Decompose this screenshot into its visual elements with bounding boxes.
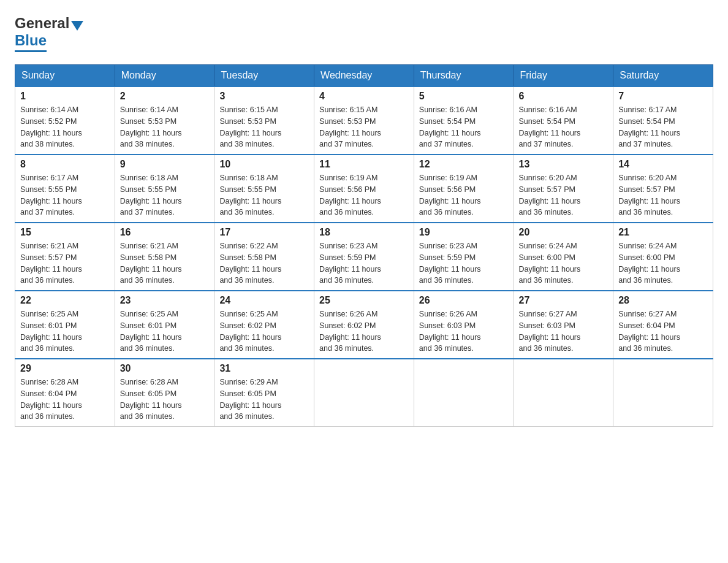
logo-underline bbox=[15, 50, 47, 52]
weekday-header-thursday: Thursday bbox=[414, 65, 514, 87]
day-number: 19 bbox=[419, 227, 509, 238]
weekday-header-monday: Monday bbox=[115, 65, 214, 87]
day-info: Sunrise: 6:24 AMSunset: 6:00 PMDaylight:… bbox=[519, 240, 609, 286]
day-number: 30 bbox=[120, 363, 210, 374]
calendar-cell: 15Sunrise: 6:21 AMSunset: 5:57 PMDayligh… bbox=[15, 223, 115, 291]
weekday-header-sunday: Sunday bbox=[15, 65, 115, 87]
calendar-cell: 1Sunrise: 6:14 AMSunset: 5:52 PMDaylight… bbox=[15, 86, 115, 155]
day-number: 23 bbox=[120, 295, 210, 306]
day-info: Sunrise: 6:15 AMSunset: 5:53 PMDaylight:… bbox=[219, 104, 309, 150]
calendar-cell: 6Sunrise: 6:16 AMSunset: 5:54 PMDaylight… bbox=[514, 86, 613, 155]
logo-chevron-icon bbox=[71, 21, 83, 31]
calendar-cell bbox=[414, 359, 514, 427]
day-info: Sunrise: 6:27 AMSunset: 6:04 PMDaylight:… bbox=[618, 308, 708, 354]
calendar-cell: 18Sunrise: 6:23 AMSunset: 5:59 PMDayligh… bbox=[314, 223, 414, 291]
day-info: Sunrise: 6:25 AMSunset: 6:01 PMDaylight:… bbox=[120, 308, 210, 354]
calendar-table: SundayMondayTuesdayWednesdayThursdayFrid… bbox=[15, 64, 713, 427]
day-number: 25 bbox=[319, 295, 409, 306]
day-info: Sunrise: 6:27 AMSunset: 6:03 PMDaylight:… bbox=[519, 308, 609, 354]
day-number: 2 bbox=[120, 91, 210, 102]
day-info: Sunrise: 6:17 AMSunset: 5:55 PMDaylight:… bbox=[20, 172, 110, 218]
day-info: Sunrise: 6:20 AMSunset: 5:57 PMDaylight:… bbox=[519, 172, 609, 218]
day-number: 28 bbox=[618, 295, 708, 306]
day-info: Sunrise: 6:16 AMSunset: 5:54 PMDaylight:… bbox=[519, 104, 609, 150]
week-row-5: 29Sunrise: 6:28 AMSunset: 6:04 PMDayligh… bbox=[15, 359, 713, 427]
calendar-cell: 5Sunrise: 6:16 AMSunset: 5:54 PMDaylight… bbox=[414, 86, 514, 155]
page-header: General Blue bbox=[15, 15, 713, 52]
calendar-cell: 12Sunrise: 6:19 AMSunset: 5:56 PMDayligh… bbox=[414, 155, 514, 223]
day-info: Sunrise: 6:28 AMSunset: 6:04 PMDaylight:… bbox=[20, 377, 110, 423]
calendar-cell: 28Sunrise: 6:27 AMSunset: 6:04 PMDayligh… bbox=[613, 291, 713, 359]
day-number: 21 bbox=[618, 227, 708, 238]
calendar-cell: 29Sunrise: 6:28 AMSunset: 6:04 PMDayligh… bbox=[15, 359, 115, 427]
calendar-cell bbox=[314, 359, 414, 427]
calendar-cell: 16Sunrise: 6:21 AMSunset: 5:58 PMDayligh… bbox=[115, 223, 214, 291]
week-row-4: 22Sunrise: 6:25 AMSunset: 6:01 PMDayligh… bbox=[15, 291, 713, 359]
day-info: Sunrise: 6:14 AMSunset: 5:52 PMDaylight:… bbox=[20, 104, 110, 150]
day-number: 27 bbox=[519, 295, 609, 306]
calendar-cell: 19Sunrise: 6:23 AMSunset: 5:59 PMDayligh… bbox=[414, 223, 514, 291]
day-number: 9 bbox=[120, 159, 210, 170]
day-number: 26 bbox=[419, 295, 509, 306]
day-info: Sunrise: 6:15 AMSunset: 5:53 PMDaylight:… bbox=[319, 104, 409, 150]
logo-blue-label: Blue bbox=[15, 32, 47, 48]
day-number: 10 bbox=[219, 159, 309, 170]
calendar-cell: 30Sunrise: 6:28 AMSunset: 6:05 PMDayligh… bbox=[115, 359, 214, 427]
day-info: Sunrise: 6:19 AMSunset: 5:56 PMDaylight:… bbox=[319, 172, 409, 218]
calendar-cell: 3Sunrise: 6:15 AMSunset: 5:53 PMDaylight… bbox=[214, 86, 314, 155]
day-info: Sunrise: 6:18 AMSunset: 5:55 PMDaylight:… bbox=[120, 172, 210, 218]
weekday-header-row: SundayMondayTuesdayWednesdayThursdayFrid… bbox=[15, 65, 713, 87]
weekday-header-saturday: Saturday bbox=[613, 65, 713, 87]
day-info: Sunrise: 6:29 AMSunset: 6:05 PMDaylight:… bbox=[219, 377, 309, 423]
day-info: Sunrise: 6:21 AMSunset: 5:57 PMDaylight:… bbox=[20, 240, 110, 286]
calendar-cell: 20Sunrise: 6:24 AMSunset: 6:00 PMDayligh… bbox=[514, 223, 613, 291]
calendar-cell: 23Sunrise: 6:25 AMSunset: 6:01 PMDayligh… bbox=[115, 291, 214, 359]
day-info: Sunrise: 6:24 AMSunset: 6:00 PMDaylight:… bbox=[618, 240, 708, 286]
calendar-cell: 17Sunrise: 6:22 AMSunset: 5:58 PMDayligh… bbox=[214, 223, 314, 291]
calendar-cell: 24Sunrise: 6:25 AMSunset: 6:02 PMDayligh… bbox=[214, 291, 314, 359]
logo: General Blue bbox=[15, 15, 85, 52]
week-row-1: 1Sunrise: 6:14 AMSunset: 5:52 PMDaylight… bbox=[15, 86, 713, 155]
calendar-cell: 11Sunrise: 6:19 AMSunset: 5:56 PMDayligh… bbox=[314, 155, 414, 223]
day-number: 29 bbox=[20, 363, 110, 374]
day-info: Sunrise: 6:16 AMSunset: 5:54 PMDaylight:… bbox=[419, 104, 509, 150]
day-number: 20 bbox=[519, 227, 609, 238]
day-number: 15 bbox=[20, 227, 110, 238]
day-number: 7 bbox=[618, 91, 708, 102]
calendar-cell: 8Sunrise: 6:17 AMSunset: 5:55 PMDaylight… bbox=[15, 155, 115, 223]
day-number: 16 bbox=[120, 227, 210, 238]
day-info: Sunrise: 6:21 AMSunset: 5:58 PMDaylight:… bbox=[120, 240, 210, 286]
calendar-cell: 14Sunrise: 6:20 AMSunset: 5:57 PMDayligh… bbox=[613, 155, 713, 223]
day-info: Sunrise: 6:20 AMSunset: 5:57 PMDaylight:… bbox=[618, 172, 708, 218]
logo-blue-row: Blue bbox=[15, 32, 47, 52]
day-number: 5 bbox=[419, 91, 509, 102]
logo-row: General bbox=[15, 15, 85, 32]
day-number: 12 bbox=[419, 159, 509, 170]
day-number: 22 bbox=[20, 295, 110, 306]
calendar-cell: 7Sunrise: 6:17 AMSunset: 5:54 PMDaylight… bbox=[613, 86, 713, 155]
calendar-cell: 25Sunrise: 6:26 AMSunset: 6:02 PMDayligh… bbox=[314, 291, 414, 359]
day-info: Sunrise: 6:25 AMSunset: 6:01 PMDaylight:… bbox=[20, 308, 110, 354]
logo-general-part: General bbox=[15, 15, 69, 32]
week-row-2: 8Sunrise: 6:17 AMSunset: 5:55 PMDaylight… bbox=[15, 155, 713, 223]
calendar-cell: 27Sunrise: 6:27 AMSunset: 6:03 PMDayligh… bbox=[514, 291, 613, 359]
calendar-cell: 31Sunrise: 6:29 AMSunset: 6:05 PMDayligh… bbox=[214, 359, 314, 427]
day-info: Sunrise: 6:26 AMSunset: 6:02 PMDaylight:… bbox=[319, 308, 409, 354]
calendar-cell: 13Sunrise: 6:20 AMSunset: 5:57 PMDayligh… bbox=[514, 155, 613, 223]
day-number: 8 bbox=[20, 159, 110, 170]
calendar-cell bbox=[613, 359, 713, 427]
calendar-cell: 2Sunrise: 6:14 AMSunset: 5:53 PMDaylight… bbox=[115, 86, 214, 155]
calendar-cell: 9Sunrise: 6:18 AMSunset: 5:55 PMDaylight… bbox=[115, 155, 214, 223]
day-info: Sunrise: 6:22 AMSunset: 5:58 PMDaylight:… bbox=[219, 240, 309, 286]
day-number: 13 bbox=[519, 159, 609, 170]
weekday-header-friday: Friday bbox=[514, 65, 613, 87]
calendar-cell: 10Sunrise: 6:18 AMSunset: 5:55 PMDayligh… bbox=[214, 155, 314, 223]
day-number: 1 bbox=[20, 91, 110, 102]
day-info: Sunrise: 6:26 AMSunset: 6:03 PMDaylight:… bbox=[419, 308, 509, 354]
calendar-cell: 4Sunrise: 6:15 AMSunset: 5:53 PMDaylight… bbox=[314, 86, 414, 155]
calendar-cell: 22Sunrise: 6:25 AMSunset: 6:01 PMDayligh… bbox=[15, 291, 115, 359]
day-info: Sunrise: 6:14 AMSunset: 5:53 PMDaylight:… bbox=[120, 104, 210, 150]
day-info: Sunrise: 6:19 AMSunset: 5:56 PMDaylight:… bbox=[419, 172, 509, 218]
day-number: 11 bbox=[319, 159, 409, 170]
day-number: 17 bbox=[219, 227, 309, 238]
